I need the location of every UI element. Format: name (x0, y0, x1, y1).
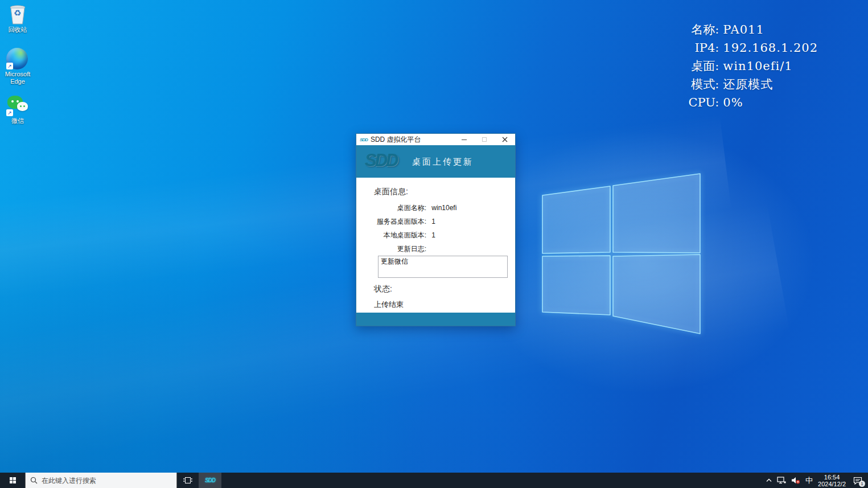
task-view-icon (183, 477, 192, 484)
field-value: win10efi (431, 204, 456, 212)
overlay-value: PA011 (723, 20, 818, 39)
chevron-up-icon (766, 478, 772, 482)
action-center-button[interactable]: 1 (853, 477, 862, 485)
overlay-value: 还原模式 (723, 75, 818, 93)
volume-button[interactable] (791, 477, 800, 484)
field-row: 桌面名称: win10efi (356, 203, 515, 212)
sdd-logo: SDD (365, 150, 397, 171)
tray-date: 2024/12/2 (818, 481, 846, 487)
desktop-icon-wechat[interactable]: ↗ 微信 (1, 95, 34, 125)
status-heading: 状态: (374, 284, 392, 294)
wechat-icon: ↗ (6, 95, 29, 116)
overlay-value: win10efi/1 (723, 57, 818, 75)
maximize-button[interactable] (474, 134, 495, 145)
recycle-bin-icon: ♻ (6, 3, 29, 25)
system-tray: 中 16:54 2024/12/2 1 (766, 473, 868, 488)
overlay-label: 名称: (689, 20, 719, 39)
shortcut-arrow-icon: ↗ (6, 63, 13, 69)
start-button[interactable] (0, 473, 25, 488)
ime-label: 中 (805, 475, 813, 486)
field-label: 服务器桌面版本: (356, 217, 426, 227)
dialog-header: SDD 桌面上传更新 (356, 145, 515, 178)
field-label: 更新日志: (356, 244, 426, 254)
desktop-icon-label: 微信 (1, 117, 34, 125)
dialog-title: SDD 虚拟化平台 (371, 135, 421, 145)
overlay-value: 0% (723, 93, 818, 112)
minimize-icon (462, 140, 467, 140)
overlay-label: CPU: (689, 93, 719, 112)
ime-indicator[interactable]: 中 (805, 475, 813, 486)
field-value: 1 (431, 218, 435, 225)
network-button[interactable] (777, 477, 786, 484)
status-value: 上传结束 (374, 300, 404, 310)
search-input[interactable] (42, 477, 155, 485)
dialog-titlebar[interactable]: SDD SDD 虚拟化平台 (356, 134, 515, 145)
taskbar-spacer (221, 473, 766, 488)
taskbar-clock[interactable]: 16:54 2024/12/2 (818, 474, 846, 487)
network-icon (777, 477, 786, 484)
edge-icon: ↗ (6, 48, 29, 69)
field-row: 本地桌面版本: 1 (356, 231, 515, 240)
taskbar: SDD 中 16:54 (0, 473, 868, 488)
desktop-icon-label: Microsoft Edge (1, 71, 34, 85)
search-icon (30, 477, 38, 484)
task-view-button[interactable] (177, 473, 199, 488)
desktop-icon-label: 回收站 (1, 26, 34, 34)
tray-time: 16:54 (818, 474, 846, 481)
speaker-muted-icon (791, 477, 800, 484)
taskbar-app-sdd[interactable]: SDD (199, 473, 221, 488)
minimize-button[interactable] (454, 134, 474, 145)
recycle-symbol-icon: ♻ (14, 8, 21, 18)
dialog-header-title: 桌面上传更新 (412, 157, 474, 167)
field-label: 桌面名称: (356, 203, 426, 213)
hidden-icons-button[interactable] (766, 478, 772, 482)
field-row: 更新日志: (356, 244, 515, 253)
desktop-icon-recycle-bin[interactable]: ♻ 回收站 (1, 3, 34, 34)
system-info-overlay: 名称: PA011 IP4: 192.168.1.202 桌面: win10ef… (689, 20, 818, 112)
sdd-taskbar-icon: SDD (205, 477, 215, 483)
desktop-info-heading: 桌面信息: (374, 187, 408, 197)
overlay-label: 模式: (689, 75, 719, 93)
field-row: 服务器桌面版本: 1 (356, 217, 515, 226)
sdd-upload-dialog: SDD SDD 虚拟化平台 SDD 桌面上传更新 桌面信息: 桌面名称: win… (356, 133, 516, 326)
desktop-icon-edge[interactable]: ↗ Microsoft Edge (1, 48, 34, 85)
sdd-app-icon: SDD (360, 137, 368, 142)
overlay-label: 桌面: (689, 57, 719, 75)
taskbar-search[interactable] (25, 473, 177, 488)
close-button[interactable] (495, 134, 515, 145)
windows-start-icon (10, 477, 16, 483)
update-log-textarea[interactable]: 更新微信 (378, 256, 508, 278)
overlay-value: 192.168.1.202 (723, 39, 818, 57)
notification-badge: 1 (859, 481, 865, 487)
close-icon (502, 137, 508, 142)
maximize-icon (482, 137, 487, 142)
field-value: 1 (431, 231, 435, 239)
windows-logo (529, 165, 717, 342)
shortcut-arrow-icon: ↗ (6, 109, 13, 116)
field-label: 本地桌面版本: (356, 231, 426, 240)
overlay-label: IP4: (689, 39, 719, 57)
dialog-footer (356, 313, 515, 326)
